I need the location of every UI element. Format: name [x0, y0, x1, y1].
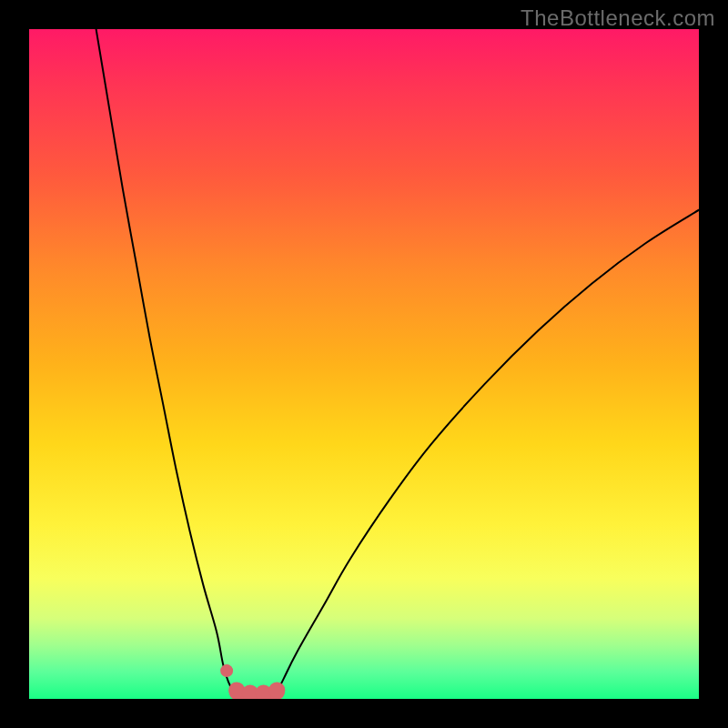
- chart-frame: TheBottleneck.com: [0, 0, 728, 728]
- marker-point: [268, 682, 285, 698]
- marker-group: [220, 664, 285, 699]
- curve-group: [96, 29, 699, 697]
- curve-layer: [29, 29, 699, 699]
- series-left-branch: [96, 29, 238, 693]
- plot-area: [29, 29, 699, 699]
- marker-point: [220, 664, 233, 677]
- series-right-branch: [277, 210, 699, 693]
- watermark-text: TheBottleneck.com: [521, 5, 715, 31]
